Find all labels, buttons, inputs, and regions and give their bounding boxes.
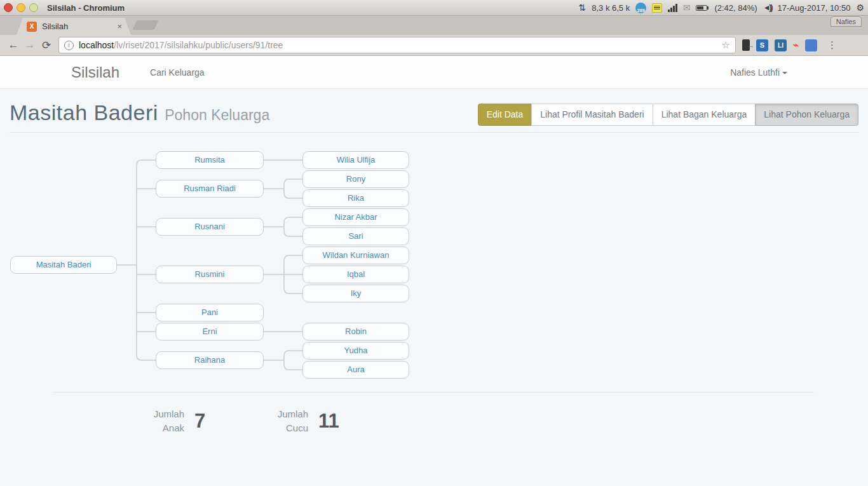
volume-icon[interactable]: ◄)): [763, 3, 772, 12]
browser-tab-silsilah[interactable]: X Silsilah ×: [17, 18, 131, 35]
window-minimize-button[interactable]: [17, 3, 25, 12]
window-close-button[interactable]: [4, 3, 13, 12]
stat-cucu-label: JumlahCucu: [261, 407, 308, 435]
notification-badge-icon[interactable]: 289: [635, 3, 646, 13]
window-title: Silsilah - Chromium: [47, 3, 125, 13]
gear-icon[interactable]: ⚙: [856, 3, 864, 13]
reload-icon[interactable]: ⟳: [38, 39, 55, 52]
url-path: /lv/riset/2017/silsilahku/public/users/9…: [114, 40, 283, 50]
url-host: localhost: [79, 40, 114, 50]
family-tree: Masitah BaderiRumsitaWilia UlfijaRusman …: [0, 89, 868, 486]
network-updown-icon[interactable]: ⇅: [578, 3, 586, 13]
app-navbar: Silsilah Cari Keluarga Nafies Luthfi: [0, 56, 868, 89]
forward-icon[interactable]: →: [22, 39, 38, 51]
back-icon[interactable]: ←: [5, 39, 22, 51]
tree-connectors: [0, 89, 868, 486]
address-bar[interactable]: i localhost/lv/riset/2017/silsilahku/pub…: [58, 37, 736, 53]
stat-cucu-value: 11: [318, 410, 339, 433]
screen: Silsilah - Chromium ⇅ 8,3 k 6,5 k 289 ✉ …: [0, 0, 868, 486]
tab-bar: X Silsilah ×: [0, 16, 868, 35]
laravel-extension-icon[interactable]: ⌁: [793, 39, 799, 51]
battery-icon[interactable]: [696, 5, 709, 11]
blue-extension-icon[interactable]: [805, 39, 817, 51]
tab-title: Silsilah: [42, 22, 117, 31]
window-maximize-button[interactable]: [29, 3, 38, 12]
mail-icon[interactable]: ✉: [683, 3, 691, 13]
system-panel: Silsilah - Chromium ⇅ 8,3 k 6,5 k 289 ✉ …: [0, 0, 868, 16]
user-name: Nafies Luthfi: [730, 67, 780, 78]
system-tray: ⇅ 8,3 k 6,5 k 289 ✉ (2:42, 84%) ◄)) 17-A…: [578, 3, 864, 13]
extension-icons: S LI ⌁ ⋮: [742, 39, 837, 51]
chevron-down-icon: [782, 72, 787, 74]
page-content: Masitah Baderi Pohon Keluarga Edit Data …: [0, 89, 868, 486]
stats-divider: [54, 392, 814, 393]
user-dropdown[interactable]: Nafies Luthfi: [730, 67, 787, 78]
tab-close-icon[interactable]: ×: [117, 22, 122, 31]
chromium-profile-badge[interactable]: Nafies: [831, 17, 862, 27]
stat-anak-label: JumlahAnak: [137, 407, 184, 435]
clock-text[interactable]: 17-Aug-2017, 10:50: [778, 3, 851, 13]
new-tab-button[interactable]: [133, 20, 159, 30]
mobile-extension-icon[interactable]: [742, 39, 750, 51]
stat-anak-value: 7: [194, 410, 205, 433]
s-extension-icon[interactable]: S: [756, 39, 768, 51]
signal-strength-icon[interactable]: [668, 3, 677, 12]
li-extension-icon[interactable]: LI: [775, 39, 787, 51]
browser-toolbar: ← → ⟳ i localhost/lv/riset/2017/silsilah…: [0, 35, 868, 56]
nav-link-cari-keluarga[interactable]: Cari Keluarga: [150, 67, 205, 78]
battery-status-text: (2:42, 84%): [714, 3, 757, 13]
brand-silsilah[interactable]: Silsilah: [71, 64, 119, 81]
network-speed-text: 8,3 k 6,5 k: [592, 3, 630, 13]
clipboard-list-icon[interactable]: [652, 3, 662, 13]
xampp-favicon-icon: X: [27, 22, 37, 32]
browser-menu-icon[interactable]: ⋮: [827, 39, 837, 51]
page-info-icon[interactable]: i: [64, 41, 74, 50]
bookmark-star-icon[interactable]: ☆: [722, 39, 730, 51]
window-controls: [4, 3, 38, 12]
